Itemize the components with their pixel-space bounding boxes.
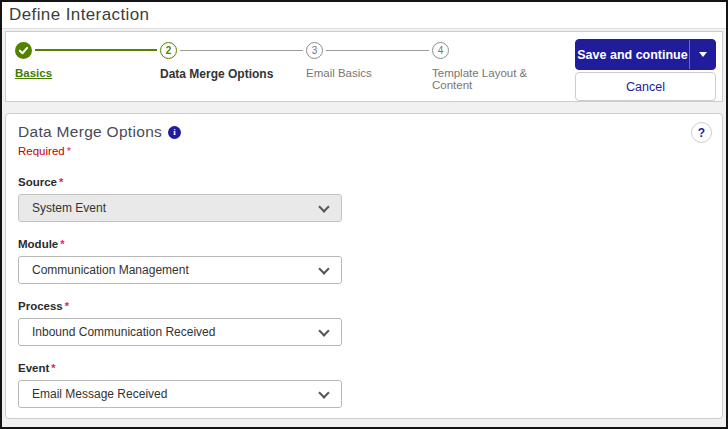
source-select[interactable]: System Event	[18, 194, 342, 222]
source-value: System Event	[32, 201, 106, 215]
field-process: Process* Inbound Communication Received	[18, 300, 712, 346]
panel-title: Data Merge Options	[18, 123, 162, 141]
event-select[interactable]: Email Message Received	[18, 380, 342, 408]
module-select[interactable]: Communication Management	[18, 256, 342, 284]
chevron-down-icon	[699, 52, 707, 57]
step-2-label: Data Merge Options	[160, 67, 306, 81]
step-email-basics: 3 Email Basics	[306, 41, 432, 101]
step-basics-link[interactable]: Basics	[15, 67, 52, 79]
chevron-down-icon	[318, 325, 329, 336]
process-value: Inbound Communication Received	[32, 325, 215, 339]
chevron-down-icon	[318, 263, 329, 274]
field-module: Module* Communication Management	[18, 238, 712, 284]
step-3-label: Email Basics	[306, 67, 432, 79]
module-label: Module*	[18, 238, 712, 250]
step-3-circle: 3	[306, 42, 323, 59]
field-source: Source* System Event	[18, 176, 712, 222]
required-note: Required*	[18, 145, 712, 157]
process-select[interactable]: Inbound Communication Received	[18, 318, 342, 346]
field-event: Event* Email Message Received	[18, 362, 712, 408]
required-asterisk: *	[67, 145, 71, 157]
save-options-dropdown[interactable]	[689, 40, 715, 69]
step-connector	[326, 50, 429, 51]
step-data-merge-options: 2 Data Merge Options	[160, 41, 306, 101]
module-value: Communication Management	[32, 263, 189, 277]
event-value: Email Message Received	[32, 387, 167, 401]
page-header: Define Interaction	[2, 2, 726, 29]
step-4-circle: 4	[432, 42, 449, 59]
step-connector	[35, 49, 157, 51]
step-connector	[180, 50, 303, 51]
info-icon[interactable]: i	[168, 126, 181, 139]
step-4-label: Template Layout & Content	[432, 67, 557, 91]
stepper-panel: Basics 2 Data Merge Options 3 Email Basi…	[5, 31, 723, 102]
cancel-button[interactable]: Cancel	[575, 72, 716, 101]
step-basics: Basics	[15, 41, 160, 101]
chevron-down-icon	[318, 387, 329, 398]
action-buttons: Save and continue Cancel	[570, 32, 722, 101]
help-icon[interactable]: ?	[691, 122, 712, 143]
process-label: Process*	[18, 300, 712, 312]
step-2-circle: 2	[160, 42, 177, 59]
chevron-down-icon	[318, 201, 329, 212]
check-icon	[15, 42, 32, 59]
event-label: Event*	[18, 362, 712, 374]
wizard-stepper: Basics 2 Data Merge Options 3 Email Basi…	[6, 32, 570, 101]
page-title: Define Interaction	[9, 5, 726, 25]
data-merge-options-panel: Data Merge Options i ? Required* Source*…	[5, 113, 723, 419]
source-label: Source*	[18, 176, 712, 188]
step-template-layout: 4 Template Layout & Content	[432, 41, 557, 101]
save-and-continue-label: Save and continue	[576, 40, 689, 69]
save-and-continue-button[interactable]: Save and continue	[575, 39, 716, 70]
